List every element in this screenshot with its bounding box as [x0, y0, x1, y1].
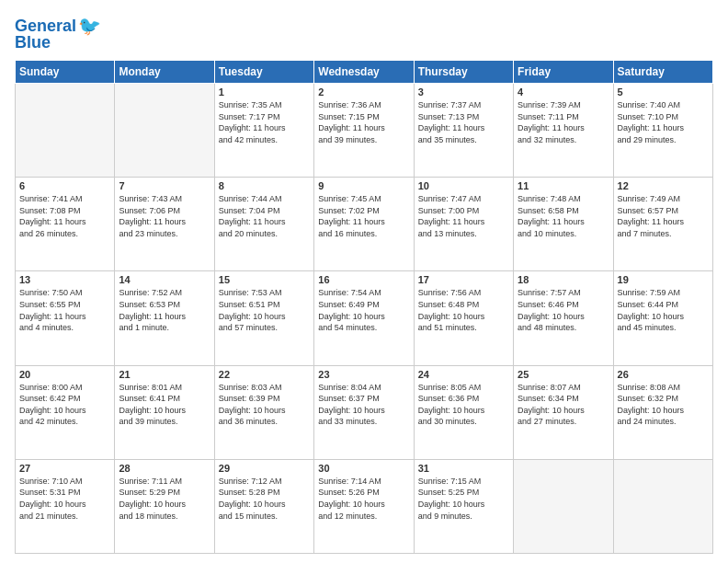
calendar-day-13: 13Sunrise: 7:50 AM Sunset: 6:55 PM Dayli…: [16, 271, 115, 365]
calendar-day-10: 10Sunrise: 7:47 AM Sunset: 7:00 PM Dayli…: [414, 178, 513, 271]
day-number: 16: [318, 274, 409, 285]
day-number: 8: [219, 180, 310, 191]
calendar-day-24: 24Sunrise: 8:05 AM Sunset: 6:36 PM Dayli…: [414, 365, 513, 459]
day-info: Sunrise: 7:53 AM Sunset: 6:51 PM Dayligh…: [219, 287, 310, 333]
day-number: 1: [219, 86, 310, 98]
calendar-week-row: 27Sunrise: 7:10 AM Sunset: 5:31 PM Dayli…: [16, 459, 713, 553]
day-info: Sunrise: 7:15 AM Sunset: 5:25 PM Dayligh…: [418, 476, 509, 522]
day-info: Sunrise: 7:37 AM Sunset: 7:13 PM Dayligh…: [418, 99, 509, 145]
day-info: Sunrise: 7:57 AM Sunset: 6:46 PM Dayligh…: [518, 287, 609, 333]
calendar-day-25: 25Sunrise: 8:07 AM Sunset: 6:34 PM Dayli…: [514, 365, 613, 459]
calendar-day-empty: [514, 459, 613, 553]
day-info: Sunrise: 7:36 AM Sunset: 7:15 PM Dayligh…: [318, 99, 409, 145]
day-number: 20: [19, 369, 110, 380]
page: General 🐦 Blue SundayMondayTuesdayWednes…: [0, 0, 728, 563]
weekday-header-sunday: Sunday: [16, 61, 115, 84]
day-number: 10: [418, 180, 509, 191]
day-info: Sunrise: 7:12 AM Sunset: 5:28 PM Dayligh…: [219, 476, 310, 522]
calendar-day-21: 21Sunrise: 8:01 AM Sunset: 6:41 PM Dayli…: [115, 365, 214, 459]
day-number: 11: [518, 180, 609, 191]
day-number: 6: [19, 180, 110, 191]
day-info: Sunrise: 7:52 AM Sunset: 6:53 PM Dayligh…: [119, 287, 210, 333]
calendar-day-5: 5Sunrise: 7:40 AM Sunset: 7:10 PM Daylig…: [613, 84, 712, 178]
day-info: Sunrise: 7:44 AM Sunset: 7:04 PM Dayligh…: [219, 193, 310, 239]
calendar-week-row: 1Sunrise: 7:35 AM Sunset: 7:17 PM Daylig…: [16, 84, 713, 178]
day-info: Sunrise: 8:07 AM Sunset: 6:34 PM Dayligh…: [518, 382, 609, 428]
day-number: 18: [518, 274, 609, 285]
weekday-header-row: SundayMondayTuesdayWednesdayThursdayFrid…: [16, 61, 713, 84]
day-info: Sunrise: 7:35 AM Sunset: 7:17 PM Dayligh…: [219, 99, 310, 145]
day-info: Sunrise: 8:01 AM Sunset: 6:41 PM Dayligh…: [119, 382, 210, 428]
day-number: 22: [219, 369, 310, 380]
day-info: Sunrise: 7:39 AM Sunset: 7:11 PM Dayligh…: [518, 99, 609, 145]
day-number: 2: [318, 86, 409, 98]
day-info: Sunrise: 8:08 AM Sunset: 6:32 PM Dayligh…: [618, 382, 709, 428]
calendar-week-row: 6Sunrise: 7:41 AM Sunset: 7:08 PM Daylig…: [16, 178, 713, 271]
day-number: 15: [219, 274, 310, 285]
day-number: 27: [19, 463, 110, 474]
day-info: Sunrise: 8:00 AM Sunset: 6:42 PM Dayligh…: [19, 382, 110, 428]
calendar-day-26: 26Sunrise: 8:08 AM Sunset: 6:32 PM Dayli…: [613, 365, 712, 459]
day-info: Sunrise: 7:59 AM Sunset: 6:44 PM Dayligh…: [618, 287, 709, 333]
day-info: Sunrise: 7:50 AM Sunset: 6:55 PM Dayligh…: [19, 287, 110, 333]
day-info: Sunrise: 8:03 AM Sunset: 6:39 PM Dayligh…: [219, 382, 310, 428]
calendar-day-17: 17Sunrise: 7:56 AM Sunset: 6:48 PM Dayli…: [414, 271, 513, 365]
calendar-day-22: 22Sunrise: 8:03 AM Sunset: 6:39 PM Dayli…: [214, 365, 313, 459]
logo-blue: Blue: [15, 33, 51, 52]
day-info: Sunrise: 7:41 AM Sunset: 7:08 PM Dayligh…: [19, 193, 110, 239]
calendar-day-7: 7Sunrise: 7:43 AM Sunset: 7:06 PM Daylig…: [115, 178, 214, 271]
calendar-day-9: 9Sunrise: 7:45 AM Sunset: 7:02 PM Daylig…: [314, 178, 414, 271]
day-number: 29: [219, 463, 310, 474]
day-info: Sunrise: 7:11 AM Sunset: 5:29 PM Dayligh…: [119, 476, 210, 522]
calendar-day-15: 15Sunrise: 7:53 AM Sunset: 6:51 PM Dayli…: [214, 271, 313, 365]
calendar-day-8: 8Sunrise: 7:44 AM Sunset: 7:04 PM Daylig…: [214, 178, 313, 271]
day-info: Sunrise: 7:49 AM Sunset: 6:57 PM Dayligh…: [618, 193, 709, 239]
weekday-header-thursday: Thursday: [414, 61, 513, 84]
weekday-header-saturday: Saturday: [613, 61, 712, 84]
day-number: 4: [518, 86, 609, 98]
calendar-day-empty: [16, 84, 115, 178]
day-info: Sunrise: 7:47 AM Sunset: 7:00 PM Dayligh…: [418, 193, 509, 239]
weekday-header-monday: Monday: [115, 61, 214, 84]
day-number: 9: [318, 180, 409, 191]
calendar-day-19: 19Sunrise: 7:59 AM Sunset: 6:44 PM Dayli…: [613, 271, 712, 365]
calendar-day-16: 16Sunrise: 7:54 AM Sunset: 6:49 PM Dayli…: [314, 271, 414, 365]
day-number: 12: [618, 180, 709, 191]
calendar-day-12: 12Sunrise: 7:49 AM Sunset: 6:57 PM Dayli…: [613, 178, 712, 271]
day-info: Sunrise: 7:14 AM Sunset: 5:26 PM Dayligh…: [318, 476, 409, 522]
calendar-day-1: 1Sunrise: 7:35 AM Sunset: 7:17 PM Daylig…: [214, 84, 313, 178]
calendar-week-row: 13Sunrise: 7:50 AM Sunset: 6:55 PM Dayli…: [16, 271, 713, 365]
day-info: Sunrise: 7:10 AM Sunset: 5:31 PM Dayligh…: [19, 476, 110, 522]
day-number: 24: [418, 369, 509, 380]
day-number: 7: [119, 180, 210, 191]
calendar-day-30: 30Sunrise: 7:14 AM Sunset: 5:26 PM Dayli…: [314, 459, 414, 553]
day-number: 14: [119, 274, 210, 285]
day-number: 5: [618, 86, 709, 98]
header: General 🐦 Blue: [15, 15, 713, 52]
day-info: Sunrise: 7:45 AM Sunset: 7:02 PM Dayligh…: [318, 193, 409, 239]
day-info: Sunrise: 7:40 AM Sunset: 7:10 PM Dayligh…: [618, 99, 709, 145]
calendar-day-28: 28Sunrise: 7:11 AM Sunset: 5:29 PM Dayli…: [115, 459, 214, 553]
calendar-day-29: 29Sunrise: 7:12 AM Sunset: 5:28 PM Dayli…: [214, 459, 313, 553]
day-number: 26: [618, 369, 709, 380]
day-number: 13: [19, 274, 110, 285]
weekday-header-tuesday: Tuesday: [214, 61, 313, 84]
calendar-day-empty: [613, 459, 712, 553]
calendar-day-20: 20Sunrise: 8:00 AM Sunset: 6:42 PM Dayli…: [16, 365, 115, 459]
calendar-day-27: 27Sunrise: 7:10 AM Sunset: 5:31 PM Dayli…: [16, 459, 115, 553]
calendar-day-6: 6Sunrise: 7:41 AM Sunset: 7:08 PM Daylig…: [16, 178, 115, 271]
logo: General 🐦 Blue: [15, 15, 101, 52]
calendar-day-empty: [115, 84, 214, 178]
day-number: 31: [418, 463, 509, 474]
day-number: 17: [418, 274, 509, 285]
weekday-header-friday: Friday: [514, 61, 613, 84]
calendar-day-11: 11Sunrise: 7:48 AM Sunset: 6:58 PM Dayli…: [514, 178, 613, 271]
calendar-day-3: 3Sunrise: 7:37 AM Sunset: 7:13 PM Daylig…: [414, 84, 513, 178]
day-info: Sunrise: 8:04 AM Sunset: 6:37 PM Dayligh…: [318, 382, 409, 428]
day-number: 23: [318, 369, 409, 380]
day-number: 19: [618, 274, 709, 285]
calendar-day-2: 2Sunrise: 7:36 AM Sunset: 7:15 PM Daylig…: [314, 84, 414, 178]
calendar-day-31: 31Sunrise: 7:15 AM Sunset: 5:25 PM Dayli…: [414, 459, 513, 553]
day-number: 30: [318, 463, 409, 474]
day-number: 21: [119, 369, 210, 380]
